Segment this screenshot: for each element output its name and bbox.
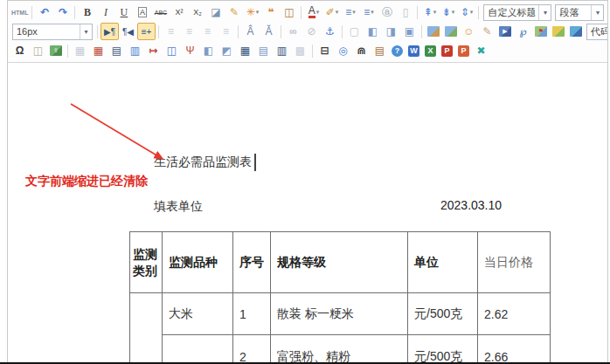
- category-cell[interactable]: [130, 293, 163, 364]
- indent-remove-button[interactable]: ¶◀: [119, 22, 137, 41]
- underline-button[interactable]: U: [114, 3, 133, 22]
- undo-button[interactable]: ↶: [35, 3, 53, 22]
- lowercase-list-icon[interactable]: ⓐ: [378, 3, 396, 22]
- datetime-icon[interactable]: ◫: [29, 41, 47, 60]
- table-header-cell[interactable]: 单位: [408, 232, 478, 293]
- table-header-cell[interactable]: 序号: [233, 232, 271, 293]
- table-header-cell[interactable]: 监测类别: [130, 232, 163, 293]
- align-right-button[interactable]: ≡: [198, 22, 217, 41]
- merge-cells-button[interactable]: ▦: [236, 41, 254, 60]
- print-button[interactable]: ⊟: [315, 41, 334, 60]
- align-left-button[interactable]: ≡: [162, 22, 180, 41]
- indent-firstline-button[interactable]: ▶¶: [101, 23, 119, 40]
- form-unit-label[interactable]: 填表单位: [154, 199, 203, 215]
- link-icon[interactable]: ∞: [284, 22, 302, 41]
- table-cell[interactable]: 散装 标一粳米: [271, 293, 408, 335]
- letter-spacing-increase-button[interactable]: Â: [241, 22, 260, 41]
- line-height-button[interactable]: ⇕▾: [457, 3, 475, 22]
- subscript-button[interactable]: X₂: [188, 3, 206, 22]
- paste-plain-icon[interactable]: ◫: [280, 3, 298, 22]
- merge-down-button[interactable]: ◩: [218, 41, 236, 60]
- word-import-icon[interactable]: W: [408, 45, 419, 57]
- space-after-paragraph-button[interactable]: ⇟▾: [439, 3, 457, 22]
- special-char-button[interactable]: Ω: [10, 41, 29, 60]
- font-color-button[interactable]: A▾: [304, 3, 322, 22]
- table-title-button[interactable]: ▤: [107, 41, 126, 60]
- ordered-list-button[interactable]: ≡▾: [341, 3, 359, 22]
- italic-button[interactable]: I: [96, 3, 114, 22]
- align-justify-button[interactable]: ≡: [217, 22, 235, 41]
- unlink-icon[interactable]: ⊘: [302, 22, 321, 41]
- highlight-color-button[interactable]: ✐▾: [322, 3, 341, 22]
- strikethrough-button[interactable]: ABC: [151, 3, 170, 22]
- delete-row-button[interactable]: ↦: [144, 41, 163, 60]
- template-icon[interactable]: ▤: [371, 41, 389, 60]
- image-align-center-icon[interactable]: ▣: [400, 22, 419, 41]
- document-title[interactable]: 生活必需品监测表: [154, 154, 256, 171]
- insert-table-button[interactable]: ▦: [71, 41, 89, 60]
- map-icon[interactable]: ⚑: [535, 26, 547, 37]
- table-header-cell[interactable]: 监测品种: [163, 232, 233, 293]
- table-cell[interactable]: 面粉: [163, 335, 233, 364]
- image-align-none-icon[interactable]: ▢: [345, 22, 364, 41]
- auto-typeset-icon[interactable]: ✳▾: [243, 3, 261, 22]
- remove-format-icon[interactable]: ◪: [206, 3, 225, 22]
- pdf-export-icon[interactable]: P: [441, 45, 453, 57]
- help-icon[interactable]: ?: [392, 45, 403, 57]
- insert-code-icon[interactable]: [570, 26, 582, 37]
- paragraph-select[interactable]: 段落▾: [555, 4, 604, 21]
- table-cell[interactable]: 1: [233, 293, 271, 335]
- close-editor-icon[interactable]: ✖: [472, 41, 490, 60]
- delete-column-button[interactable]: Ψ: [181, 41, 199, 60]
- excel-export-icon[interactable]: X: [425, 45, 436, 57]
- price-table[interactable]: 监测类别监测品种序号规格等级单位当日价格 大米1散装 标一粳米元/500克2.6…: [129, 231, 551, 364]
- image-align-left-icon[interactable]: ◧: [364, 22, 382, 41]
- unordered-list-button[interactable]: ≡▾: [359, 3, 378, 22]
- editor-content-area[interactable]: 生活必需品监测表 文字前端缩进已经清除 填表单位 2023.03.10 监测类别…: [8, 63, 607, 364]
- insert-image-icon[interactable]: [427, 26, 440, 37]
- document-date[interactable]: 2023.03.10: [440, 198, 502, 212]
- paragraph-indent-button[interactable]: ≡+: [137, 23, 156, 40]
- image-align-right-icon[interactable]: ◨: [382, 22, 400, 41]
- split-cells-button[interactable]: ▩: [291, 41, 309, 60]
- blank-doc-icon[interactable]: ▯: [396, 3, 414, 22]
- table-cell[interactable]: 富强粉、精粉: [271, 335, 408, 364]
- screenshot-icon[interactable]: [445, 26, 457, 37]
- space-before-paragraph-button[interactable]: ⇞▾: [420, 3, 439, 22]
- table-cell[interactable]: 2: [233, 335, 271, 364]
- table-header-cell[interactable]: 规格等级: [271, 232, 408, 293]
- ppt-export-icon[interactable]: P: [458, 45, 469, 57]
- blockquote-icon[interactable]: ❝: [261, 3, 280, 22]
- table-cell[interactable]: 元/500克: [408, 293, 478, 335]
- merge-right-button[interactable]: ◧: [199, 41, 218, 60]
- video-icon[interactable]: ▶: [499, 26, 511, 37]
- table-header-cell[interactable]: 当日价格: [478, 232, 551, 293]
- source-html-button[interactable]: HTML: [10, 3, 29, 22]
- custom-title-select[interactable]: 自定义标题▾: [483, 4, 551, 21]
- code-language-select[interactable]: 代码语言▾: [586, 24, 607, 40]
- table-cell[interactable]: 元/500克: [408, 335, 478, 364]
- table-cell[interactable]: 大米: [163, 293, 233, 335]
- insert-column-button[interactable]: ◫: [163, 41, 181, 60]
- font-size-select[interactable]: 16px▾: [12, 24, 93, 40]
- preview-button[interactable]: ◎: [334, 41, 352, 60]
- emoji-icon[interactable]: ☺: [460, 22, 478, 41]
- redo-button[interactable]: ↷: [53, 3, 72, 22]
- bold-button[interactable]: B: [78, 3, 96, 22]
- char-border-button[interactable]: A: [133, 3, 151, 22]
- excel-import-icon[interactable]: ⇧: [50, 45, 62, 56]
- split-to-rows-button[interactable]: ▤: [254, 41, 273, 60]
- scrawl-icon[interactable]: ✎: [478, 22, 496, 41]
- letter-spacing-decrease-button[interactable]: Ǎ: [260, 22, 278, 41]
- attachment-icon[interactable]: ℘: [514, 22, 532, 41]
- table-cell[interactable]: 2.66: [478, 335, 551, 364]
- formula-icon[interactable]: [552, 26, 565, 37]
- delete-table-button[interactable]: ▦: [89, 41, 107, 60]
- superscript-button[interactable]: X²: [170, 3, 188, 22]
- table-cell[interactable]: 2.62: [478, 293, 551, 335]
- insert-row-button[interactable]: ▥: [126, 41, 144, 60]
- anchor-icon[interactable]: ⚓: [321, 22, 339, 41]
- find-replace-button[interactable]: ⋒: [352, 41, 371, 60]
- align-center-button[interactable]: ≡: [180, 22, 198, 41]
- format-painter-icon[interactable]: ✎: [225, 3, 243, 22]
